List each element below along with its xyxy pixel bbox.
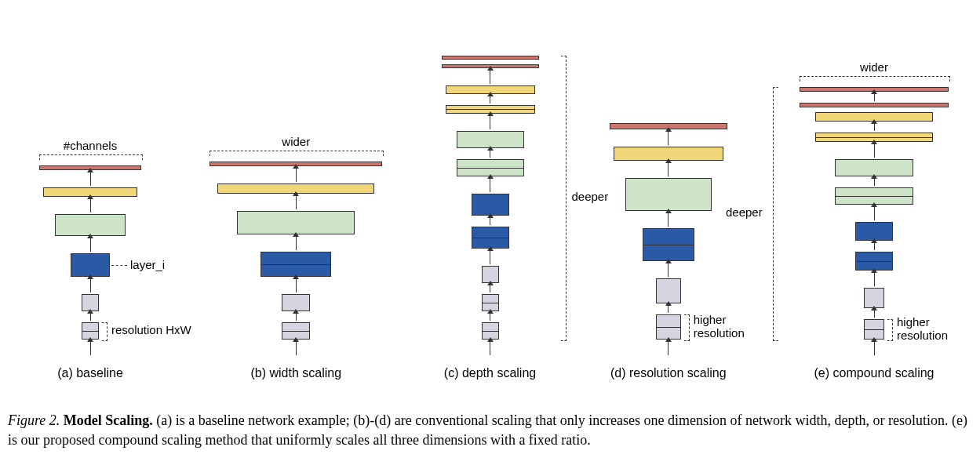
arrow-icon [874, 341, 875, 355]
layer-block-blue [472, 194, 509, 216]
arrow-icon [490, 341, 490, 355]
brace-top-icon [800, 76, 950, 82]
annotation-resolution: resolution HxW [111, 323, 191, 336]
annotation-wider: wider [776, 60, 972, 74]
arrow-icon [490, 217, 490, 225]
panel-b: (b) width scalingwider [198, 0, 394, 384]
panel-label-b: (b) width scaling [198, 366, 394, 380]
arrow-icon [490, 70, 490, 84]
layer-block-red [800, 103, 949, 107]
layer-block-green [55, 214, 126, 236]
annotation-deeper: deeper [726, 205, 763, 219]
arrow-icon [296, 236, 297, 250]
annotation-resolution: higher resolution [694, 313, 745, 340]
panel-a: (a) baseline#channelsresolution HxWlayer… [8, 0, 173, 384]
layer-block-gray [656, 278, 681, 303]
arrow-icon [490, 150, 490, 158]
arrow-icon [90, 278, 91, 292]
layer-block-blue [71, 253, 110, 277]
panels-row: (a) baseline#channelsresolution HxWlayer… [8, 0, 972, 384]
figure-number: Figure 2. [8, 412, 60, 428]
arrow-icon [296, 341, 297, 355]
arrow-icon [668, 305, 669, 313]
arrow-icon [874, 206, 875, 220]
arrow-icon [90, 172, 91, 186]
brace-top-icon [39, 154, 143, 160]
layer-stack [442, 56, 539, 357]
arrow-icon [490, 313, 490, 321]
layer-block-green [237, 211, 355, 234]
arrow-icon [490, 115, 490, 129]
arrow-icon [874, 123, 875, 131]
arrow-icon [90, 238, 91, 252]
arrow-icon [668, 212, 669, 227]
pointer-icon [111, 265, 127, 266]
arrow-icon [668, 341, 669, 355]
layer-block-blue [472, 227, 509, 249]
panel-label-d: (d) resolution scaling [586, 366, 751, 380]
figure-2-model-scaling: (a) baseline#channelsresolution HxWlayer… [0, 0, 980, 454]
layer-stack [209, 162, 382, 357]
brace-side-icon [561, 56, 567, 341]
panel-label-c: (c) depth scaling [420, 366, 561, 380]
figure-caption: Figure 2. Model Scaling. (a) is a baseli… [8, 411, 972, 449]
panel-e: (e) compound scalingwiderdeeperhigher re… [776, 0, 972, 384]
arrow-icon [668, 131, 669, 145]
layer-block-blue [643, 228, 694, 261]
layer-block-green [625, 178, 712, 211]
arrow-icon [874, 310, 875, 318]
arrow-icon [668, 263, 669, 277]
brace-top-icon [209, 151, 384, 156]
arrow-icon [874, 178, 875, 186]
annotation-layer-i: layer_i [130, 258, 165, 271]
arrow-icon [296, 168, 297, 182]
panel-d: (d) resolution scalinghigher resolution [586, 0, 751, 384]
arrow-icon [296, 195, 297, 209]
brace-resolution-icon [684, 314, 690, 341]
layer-block-gray [656, 314, 681, 340]
arrow-icon [490, 178, 490, 192]
annotation-resolution: higher resolution [897, 315, 948, 342]
arrow-icon [668, 162, 669, 176]
brace-resolution-icon [887, 319, 893, 341]
arrow-icon [490, 96, 490, 104]
panel-label-e: (e) compound scaling [776, 366, 972, 380]
panel-c: (c) depth scalingdeeper [420, 0, 561, 384]
arrow-icon [90, 198, 91, 212]
arrow-icon [90, 341, 91, 355]
figure-title: Model Scaling. [64, 412, 153, 428]
layer-block-blue [260, 252, 331, 277]
arrow-icon [90, 313, 91, 321]
panel-label-a: (a) baseline [8, 366, 173, 380]
brace-resolution-icon [102, 322, 107, 341]
arrow-icon [490, 250, 490, 264]
brace-side-icon [773, 87, 778, 341]
layer-block-red [442, 56, 539, 60]
annotation-wider: wider [198, 135, 394, 148]
annotation-channels: #channels [8, 139, 173, 152]
arrow-icon [296, 313, 297, 321]
arrow-icon [874, 272, 875, 286]
arrow-icon [874, 242, 875, 250]
arrow-icon [874, 93, 875, 101]
arrow-icon [490, 285, 490, 292]
arrow-icon [296, 278, 297, 292]
arrow-icon [874, 143, 875, 158]
